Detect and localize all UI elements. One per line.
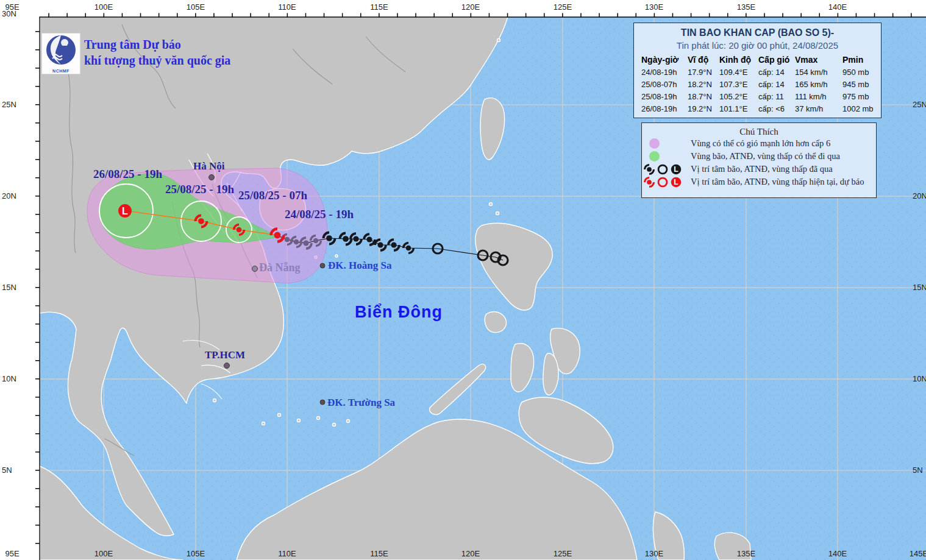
table-cell: 101.1°E [719,104,758,113]
axis-label: 5N [2,466,12,475]
axis-label: 30N [2,9,16,18]
table-cell: 19.2°N [688,104,719,113]
track-time-label: 25/08/25 - 07h [238,189,307,202]
axis-label: 10N [2,374,16,383]
axis-label: 130E [645,549,663,558]
table-cell: 107.3°E [719,80,758,89]
legend-item-label: Vị trí tâm bão, ATNĐ, vùng thấp hiện tại… [691,177,864,187]
axis-label: 140E [828,2,847,12]
axis-label: 130E [645,2,663,12]
danang-dot [252,266,258,272]
nchmf-logo-caption: NCHMF [42,69,80,73]
axis-label: 10N [913,374,926,383]
table-cell: 165 km/h [795,80,842,89]
axis-label: 25N [2,100,16,109]
axis-label: 135E [737,2,755,12]
typhoon-icon [643,175,656,189]
table-cell: 1002 mb [842,104,877,113]
column-header: Cấp gió [758,55,795,65]
column-header: Vmax [795,55,842,65]
table-cell: 17.9°N [688,68,719,77]
table-cell: cấp: 11 [758,92,795,101]
org-name-line1: Trung tâm Dự báo [84,38,181,52]
axis-label: 110E [278,2,296,12]
table-cell: 945 mb [842,80,877,89]
table-cell: 26/08-19h [641,104,688,113]
city-label-hanoi: Hà Nội [193,160,224,172]
depression-circle-icon [656,163,669,176]
station-label-hoangsa: ĐK. Hoàng Sa [328,260,391,272]
track-time-label: 25/08/25 - 19h [165,183,234,196]
table-cell: 950 mb [842,68,877,77]
bulletin-title: TIN BAO KHAN CAP (BAO SO 5)- [634,27,881,38]
table-cell: 25/08-19h [641,92,688,101]
axis-label: 120E [461,2,480,12]
legend-item-current-forecast: Vị trí tâm bão, ATNĐ, vùng thấp hiện tại… [642,175,876,188]
legend-title: Chú Thích [642,127,876,137]
axis-label: 115E [370,549,388,558]
legend-item-pass-area: Vùng bão, ATNĐ, vùng thấp có thể đi qua [642,150,876,163]
legend-panel: Chú Thích Vùng có thể có gió mạnh lớn hơ… [641,122,877,198]
sea-name-label: Biển Đông [355,303,443,322]
truongsa-dot [320,400,325,405]
axis-label: 145E [910,549,926,558]
axis-label: 20N [2,191,16,200]
table-cell: 25/08-07h [641,80,688,89]
hoangsa-dot [320,263,325,268]
hanoi-dot [209,175,215,180]
nchmf-logo: NCHMF [41,33,80,74]
depression-circle-icon [656,175,669,189]
city-label-hcm: TP.HCM [205,349,245,361]
axis-label: 25N [913,100,926,109]
axis-label: 100E [94,549,113,558]
storm-warning-map-screen: L [0,0,926,560]
table-cell: 105.2°E [719,92,758,101]
axis-label: 105E [187,549,205,558]
low-pressure-icon [669,175,683,189]
table-cell: cấp: 14 [758,68,795,77]
org-name-line2: khí tượng thuỷ văn quốc gia [84,54,230,68]
track-time-label: 24/08/25 - 19h [285,208,354,221]
axis-label: 15N [913,283,926,292]
axis-label: 125E [554,549,572,558]
axis-label: 115E [370,2,388,12]
station-label-truongsa: ĐK. Trường Sa [327,397,395,409]
column-header: Pmin [842,55,877,65]
table-cell: cấp: <6 [758,104,795,113]
axis-label: 5N [913,466,923,475]
nchmf-logo-icon [43,34,79,66]
axis-label: 20N [913,191,926,200]
table-cell: cấp: 14 [758,80,795,89]
column-header: Vĩ độ [688,55,719,65]
bulletin-issued-time: Tin phát lúc: 20 giờ 00 phút, 24/08/2025 [634,40,881,51]
green-area-icon [649,151,660,161]
legend-item-label: Vị trí tâm bão, ATNĐ, vùng thấp đã qua [691,164,833,174]
track-time-label: 26/08/25 - 19h [93,168,162,181]
table-cell: 154 km/h [795,68,842,77]
purple-area-icon [649,138,660,149]
axis-label: 110E [278,549,296,558]
table-cell: 111 km/h [795,92,842,101]
axis-label: 125E [554,2,572,12]
legend-item-label: Vùng bão, ATNĐ, vùng thấp có thể đi qua [691,151,840,161]
table-cell: 24/08-19h [641,68,688,77]
typhoon-icon [643,163,656,176]
table-cell: 18.7°N [688,92,719,101]
axis-label: 105E [187,2,205,12]
low-pressure-icon [669,163,683,176]
table-cell: 18.2°N [688,80,719,89]
axis-label: 95E [5,549,19,558]
table-cell: 109.4°E [719,68,758,77]
axis-label: 15N [2,283,16,292]
legend-item-past-position: Vị trí tâm bão, ATNĐ, vùng thấp đã qua [642,163,876,175]
hcm-dot [224,363,230,369]
storm-bulletin-panel: TIN BAO KHAN CAP (BAO SO 5)- Tin phát lú… [633,23,881,118]
column-header: Ngày-giờ [641,55,688,65]
column-header: Kinh độ [719,55,758,65]
forecast-table: Ngày-giờ Vĩ độ Kinh độ Cấp gió Vmax Pmin… [641,55,877,113]
legend-item-label: Vùng có thể có gió mạnh lớn hơn cấp 6 [691,138,830,149]
legend-item-wind-area: Vùng có thể có gió mạnh lớn hơn cấp 6 [642,137,876,150]
table-cell: 37 km/h [795,104,842,113]
axis-label: 135E [737,549,755,558]
city-label-danang: Đà Nẵng [259,261,301,274]
